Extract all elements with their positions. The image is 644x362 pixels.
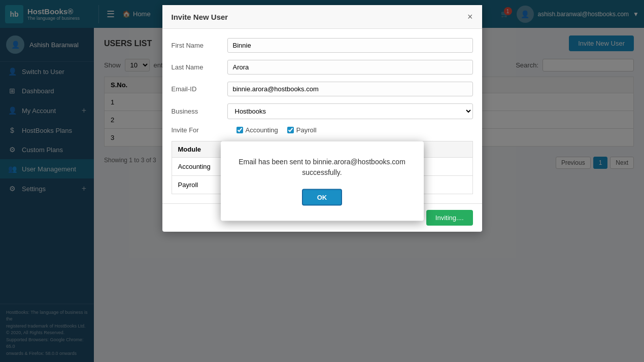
modal-close-button[interactable]: × — [467, 12, 473, 21]
last-name-label: Last Name — [172, 63, 227, 71]
business-label: Business — [172, 107, 227, 115]
email-row: Email-ID — [172, 82, 473, 96]
first-name-row: First Name — [172, 38, 473, 53]
modal-header: Invite New User × — [162, 5, 482, 29]
ok-button[interactable]: OK — [302, 189, 343, 206]
email-input[interactable] — [227, 82, 473, 96]
payroll-label: Payroll — [296, 126, 317, 134]
modal-title: Invite New User — [172, 13, 228, 21]
first-name-label: First Name — [172, 42, 227, 49]
invite-for-label: Invite For — [172, 126, 227, 134]
accounting-checkbox[interactable] — [236, 127, 243, 133]
payroll-checkbox[interactable] — [287, 127, 294, 133]
accounting-label: Accounting — [246, 126, 278, 134]
last-name-row: Last Name — [172, 60, 473, 75]
email-label: Email-ID — [172, 85, 227, 93]
inviting-button[interactable]: Inviting.... — [426, 210, 473, 226]
accounting-checkbox-item: Accounting — [236, 126, 278, 134]
business-select[interactable]: Hostbooks — [227, 103, 473, 119]
business-row: Business Hostbooks — [172, 103, 473, 119]
last-name-input[interactable] — [227, 60, 473, 75]
success-message: Email has been sent to binnie.arora@host… — [233, 157, 411, 178]
payroll-checkbox-item: Payroll — [287, 126, 317, 134]
first-name-input[interactable] — [227, 38, 473, 53]
invite-for-row: Invite For Accounting Payroll — [172, 126, 473, 134]
success-dialog: Email has been sent to binnie.arora@host… — [221, 141, 424, 221]
